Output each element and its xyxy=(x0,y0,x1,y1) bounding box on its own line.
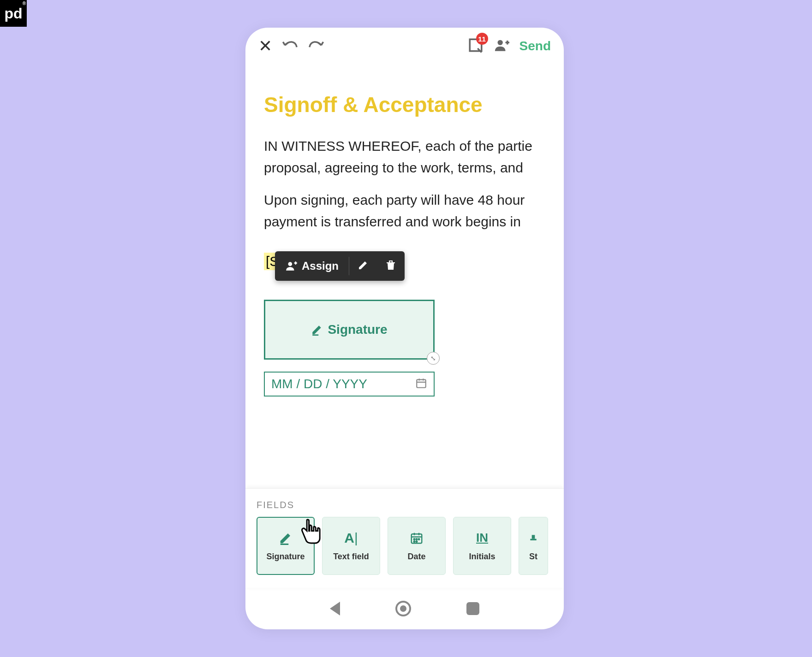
close-icon[interactable]: ✕ xyxy=(258,36,272,56)
document-icon[interactable]: 11 xyxy=(468,37,484,55)
field-type-date[interactable]: Date xyxy=(388,517,446,575)
field-label: Initials xyxy=(469,552,495,562)
resize-handle-icon[interactable]: ⤡ xyxy=(427,352,440,365)
svg-point-8 xyxy=(414,541,415,542)
svg-point-7 xyxy=(418,539,420,540)
edit-icon[interactable] xyxy=(349,260,377,272)
field-label: Date xyxy=(407,552,425,562)
signature-label: Signature xyxy=(328,322,387,337)
fields-panel: FIELDS Signature A| Text field Date xyxy=(245,488,564,588)
field-context-menu: Assign xyxy=(275,251,405,281)
stamp-icon xyxy=(529,531,538,545)
svg-rect-10 xyxy=(532,535,535,539)
initials-icon: IN xyxy=(476,531,488,545)
send-button[interactable]: Send xyxy=(519,39,551,53)
nav-home-icon[interactable] xyxy=(395,601,411,616)
trash-icon[interactable] xyxy=(377,260,405,272)
android-nav-bar xyxy=(245,588,564,629)
signature-icon xyxy=(279,531,293,545)
fields-panel-title: FIELDS xyxy=(257,500,553,510)
svg-rect-3 xyxy=(417,379,426,387)
page-title: Signoff & Acceptance xyxy=(264,92,545,117)
field-type-stamp[interactable]: St xyxy=(519,517,548,575)
add-person-icon[interactable] xyxy=(494,37,509,55)
calendar-icon xyxy=(415,377,427,391)
field-label: Signature xyxy=(266,552,304,562)
nav-back-icon[interactable] xyxy=(330,602,340,616)
field-type-text[interactable]: A| Text field xyxy=(322,517,380,575)
field-type-signature[interactable]: Signature xyxy=(257,517,315,575)
document-content: Signoff & Acceptance IN WITNESS WHEREOF,… xyxy=(245,65,564,397)
assign-label: Assign xyxy=(302,260,339,272)
date-icon xyxy=(410,531,424,545)
field-label: Text field xyxy=(333,552,369,562)
field-label: St xyxy=(529,552,537,562)
svg-point-2 xyxy=(288,262,293,266)
toolbar: ✕ 11 Send xyxy=(245,28,564,65)
fields-row: Signature A| Text field Date IN Initials xyxy=(257,517,553,575)
paragraph-1: IN WITNESS WHEREOF, each of the partiepr… xyxy=(264,136,545,178)
text-icon: A| xyxy=(344,531,358,545)
undo-icon[interactable] xyxy=(282,40,298,52)
signature-field[interactable]: Signature ⤡ xyxy=(264,300,435,360)
svg-point-5 xyxy=(414,539,415,540)
brand-logo: pd xyxy=(0,0,27,27)
paragraph-2: Upon signing, each party will have 48 ho… xyxy=(264,189,545,232)
assign-button[interactable]: Assign xyxy=(275,260,349,272)
redo-icon[interactable] xyxy=(308,40,324,52)
date-field[interactable]: MM / DD / YYYY xyxy=(264,372,435,397)
nav-recent-icon[interactable] xyxy=(466,602,479,615)
field-type-initials[interactable]: IN Initials xyxy=(453,517,511,575)
svg-rect-11 xyxy=(530,539,536,540)
svg-point-9 xyxy=(416,541,418,542)
svg-point-1 xyxy=(497,40,502,45)
notification-badge: 11 xyxy=(476,33,488,45)
date-placeholder: MM / DD / YYYY xyxy=(271,377,367,391)
svg-point-6 xyxy=(416,539,418,540)
mobile-app-frame: ✕ 11 Send Signoff & Acceptance IN WITNES… xyxy=(245,28,564,629)
